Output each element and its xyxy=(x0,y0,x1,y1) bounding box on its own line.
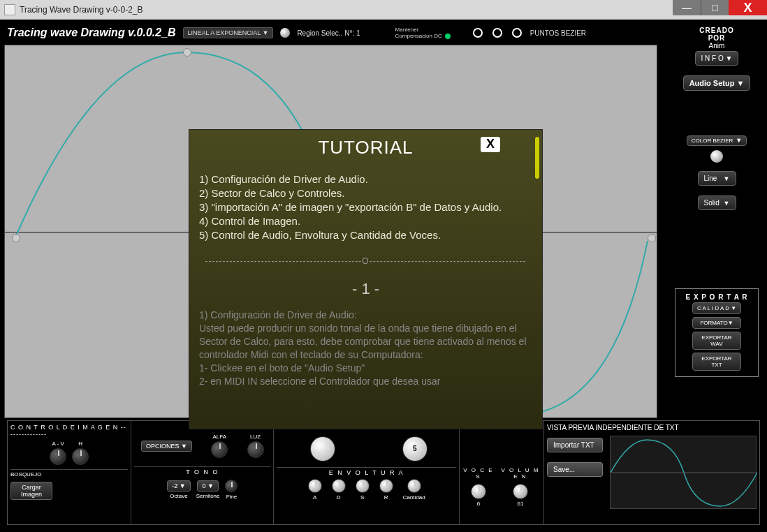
env-cant-knob[interactable] xyxy=(407,479,421,493)
image-control-title: C O N T R O L D E I M A G E N ----------… xyxy=(10,424,128,438)
export-panel: E X P O R T A R C A L I D A D ▼ FORMATO▼… xyxy=(675,288,759,377)
env-s-knob[interactable] xyxy=(356,479,370,493)
opciones-dropdown[interactable]: OPCIONES ▼ xyxy=(141,441,192,452)
semitone-dropdown[interactable]: 0 ▼ xyxy=(197,480,218,492)
save-button[interactable]: Save... xyxy=(547,462,603,477)
h-knob[interactable] xyxy=(72,448,89,465)
volumen-knob[interactable] xyxy=(513,484,528,499)
octave-dropdown[interactable]: -2 ▼ xyxy=(167,480,190,492)
envoltura-title: E N V O L T U R A xyxy=(277,469,456,476)
region-label: Region Selec.. N°: 1 xyxy=(297,29,360,37)
tutorial-item: 4) Control de Imagen. xyxy=(199,214,532,228)
info-button[interactable]: I N F O ▼ xyxy=(695,51,739,66)
formato-dropdown[interactable]: FORMATO▼ xyxy=(692,317,741,329)
app-icon xyxy=(4,4,15,15)
tutorial-item: 3) "importación A" de imagen y "exportac… xyxy=(199,200,532,214)
dc-comp-group: Mantener Compensacion DC xyxy=(395,27,451,39)
av-knob[interactable] xyxy=(50,448,66,465)
minimize-button[interactable]: — xyxy=(673,0,701,15)
alfa-knob[interactable] xyxy=(211,441,228,458)
tutorial-close-button[interactable]: X xyxy=(481,137,500,152)
voces-title: V O C E S xyxy=(462,467,495,480)
close-button[interactable]: X xyxy=(729,0,767,15)
maxp-knob[interactable]: 5 xyxy=(402,436,428,461)
preview-canvas xyxy=(610,436,757,509)
env-a-knob[interactable] xyxy=(308,479,322,493)
solid-style-dropdown[interactable]: Solid▼ xyxy=(698,195,736,210)
dc-led[interactable] xyxy=(445,34,451,39)
tono-title: T O N O xyxy=(134,468,270,475)
tutorial-item: 2) Sector de Calco y Controles. xyxy=(199,186,532,200)
export-wav-button[interactable]: EXPORTAR WAV xyxy=(692,332,741,350)
app-title: Tracing wave Drawing v.0.0.2_B xyxy=(7,27,176,39)
tutorial-item: 1) Configuración de Driver de Audio. xyxy=(199,172,532,186)
load-image-button[interactable]: Cargar Imagen xyxy=(10,482,52,500)
maximize-button[interactable]: □ xyxy=(701,0,729,15)
voces-knob[interactable] xyxy=(471,484,486,499)
wave-canvas[interactable]: TUTORIAL X 1) Configuración de Driver de… xyxy=(4,45,657,418)
mode-dropdown[interactable]: LINEAL A EXPONENCIAL ▼ xyxy=(183,27,274,38)
tutorial-separator: ----------------------------------------… xyxy=(199,256,532,266)
app-header: Tracing wave Drawing v.0.0.2_B LINEAL A … xyxy=(4,24,763,42)
line-style-dropdown[interactable]: Line▼ xyxy=(698,171,736,186)
color-bezier-button[interactable]: COLOR BEZIER ▼ xyxy=(687,135,747,146)
calidad-dropdown[interactable]: C A L I D A D ▼ xyxy=(692,302,741,314)
anim-label: Anim xyxy=(675,42,759,50)
window-titlebar: Tracing Wave Drawing v-0-0-2_B — □ X xyxy=(0,0,767,20)
export-txt-button[interactable]: EXPORTAR TXT xyxy=(692,353,741,371)
bezier-handle[interactable] xyxy=(183,48,191,57)
fine-knob[interactable] xyxy=(225,480,238,492)
globe-icon[interactable] xyxy=(280,28,290,38)
bottom-panel: C O N T R O L D E I M A G E N ----------… xyxy=(7,420,760,525)
creado-label: CREADO xyxy=(675,27,759,34)
tutorial-scrollbar[interactable] xyxy=(535,137,539,179)
window-title: Tracing Wave Drawing v-0-0-2_B xyxy=(20,5,143,15)
tutorial-section: 1) Configuración de Driver de Audio: Ust… xyxy=(199,309,532,388)
bosquejo-label: BOSQUEJO xyxy=(10,471,128,478)
luz-knob[interactable] xyxy=(247,441,264,458)
tutorial-item: 5) Control de Audio, Envoltura y Cantida… xyxy=(199,228,532,242)
bezier-label: PUNTOS BEZIER xyxy=(530,29,586,37)
bezier-radio-1[interactable] xyxy=(473,28,483,38)
molde-knob[interactable] xyxy=(310,436,335,461)
bezier-radio-2[interactable] xyxy=(492,28,502,38)
tutorial-dialog: TUTORIAL X 1) Configuración de Driver de… xyxy=(189,129,543,429)
audio-setup-button[interactable]: Audio Setup ▼ xyxy=(683,75,751,91)
tutorial-page-number: - 1 - xyxy=(199,280,532,298)
env-d-knob[interactable] xyxy=(332,479,346,493)
preview-title: VISTA PREVIA INDEPENDIENTE DE TXT xyxy=(547,424,757,431)
color-knob[interactable] xyxy=(710,150,723,163)
por-label: POR xyxy=(675,34,759,42)
bezier-radio-3[interactable] xyxy=(512,28,522,38)
env-r-knob[interactable] xyxy=(379,479,393,493)
right-panel: CREADO POR Anim I N F O ▼ Audio Setup ▼ … xyxy=(675,27,759,377)
bezier-handle[interactable] xyxy=(12,234,20,242)
export-title: E X P O R T A R xyxy=(680,293,754,301)
volumen-title: V O L U M E N xyxy=(500,467,541,480)
bezier-handle[interactable] xyxy=(648,234,656,242)
tutorial-list: 1) Configuración de Driver de Audio. 2) … xyxy=(199,172,532,242)
import-txt-button[interactable]: Importar TXT xyxy=(547,438,603,452)
